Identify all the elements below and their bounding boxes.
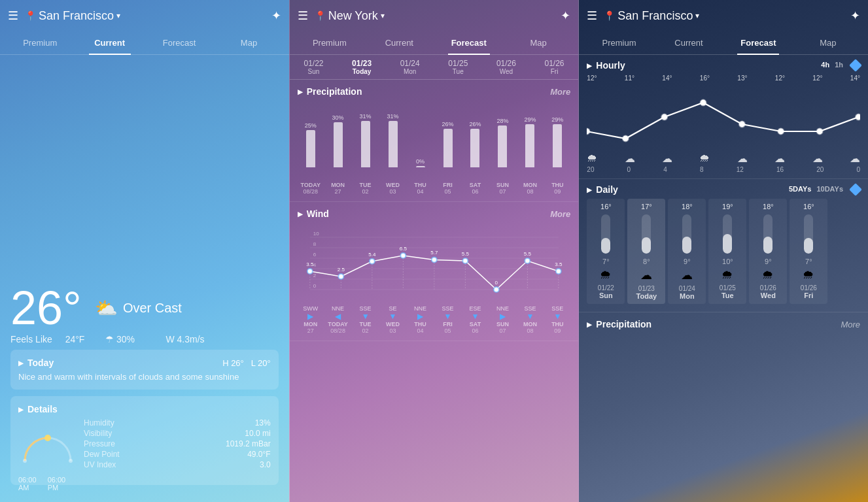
p3-precip-label: Precipitation bbox=[596, 319, 651, 329]
tab-current-1[interactable]: Current bbox=[75, 31, 144, 54]
daily-low-0: 7° bbox=[602, 258, 610, 265]
menu-icon-3[interactable]: ☰ bbox=[587, 8, 597, 23]
bar-pct-1: 30% bbox=[332, 114, 344, 121]
panel-san-francisco-current: ☰ 📍 San Francisco ▾ ✦ Premium Current Fo… bbox=[0, 0, 289, 502]
precip-pct: ☂ 30% bbox=[105, 334, 145, 344]
svg-text:2.5: 2.5 bbox=[337, 267, 345, 273]
daily-col-4: 18° 9° 🌧 01/26 Wed bbox=[749, 199, 787, 304]
tab-forecast-1[interactable]: Forecast bbox=[145, 31, 214, 54]
condition-text: Over Cast bbox=[123, 301, 182, 316]
top-bar-3: ☰ 📍 San Francisco ▾ ✦ bbox=[579, 0, 868, 31]
daily-icon-1: ☁ bbox=[640, 268, 652, 282]
daily-low-1: 8° bbox=[643, 258, 650, 265]
daily-bar-fill-1 bbox=[642, 237, 651, 254]
city-name-1: San Francisco bbox=[39, 9, 114, 23]
svg-text:5.7: 5.7 bbox=[430, 250, 438, 256]
bar-rect-3 bbox=[389, 121, 398, 167]
hourly-header: ▶ Hourly 4h 1h bbox=[587, 60, 860, 71]
wind-section: ▶ Wind More 02468103.52.55.46.55.75.505.… bbox=[290, 202, 579, 341]
opt-1h[interactable]: 1h bbox=[835, 61, 843, 70]
daily-low-5: 7° bbox=[805, 258, 812, 265]
sunset-time: 06:00 PM bbox=[48, 476, 77, 492]
daily-low-4: 9° bbox=[765, 258, 772, 265]
tab-premium-2[interactable]: Premium bbox=[295, 31, 364, 54]
star-icon-3[interactable]: ✦ bbox=[850, 8, 860, 23]
star-icon-1[interactable]: ✦ bbox=[271, 8, 281, 23]
bar-rect-4 bbox=[416, 166, 425, 167]
daily-scroll[interactable]: 16° 7° 🌧 01/22 Sun 17° 8° ☁ 01/23 Today … bbox=[587, 199, 860, 307]
tab-map-1[interactable]: Map bbox=[214, 31, 283, 54]
p3-precip-bottom: ▶ Precipitation More bbox=[579, 312, 868, 336]
tab-current-2[interactable]: Current bbox=[364, 31, 434, 54]
svg-point-48 bbox=[817, 129, 823, 135]
wind-label-9: SSE ▼ THU 09 bbox=[544, 305, 570, 334]
svg-point-45 bbox=[701, 100, 706, 106]
sunrise-time: 06:00 AM bbox=[18, 476, 48, 492]
hi-1: ☁ bbox=[625, 152, 635, 165]
diamond-icon bbox=[849, 59, 862, 72]
svg-point-46 bbox=[739, 122, 745, 127]
wind-label-2: SSE ▼ TUE 02 bbox=[353, 305, 379, 334]
bar-label-8: MON08 bbox=[517, 182, 543, 195]
star-icon-2[interactable]: ✦ bbox=[561, 8, 570, 23]
bar-label-5: FRI05 bbox=[435, 182, 461, 195]
hi-0: 🌧 bbox=[587, 152, 597, 165]
bar-chart: 25%30%31%31%0%26%26%28%29%29% bbox=[298, 102, 571, 180]
htime-3: 8 bbox=[700, 166, 704, 173]
svg-point-28 bbox=[370, 259, 375, 264]
tab-premium-1[interactable]: Premium bbox=[5, 31, 75, 54]
precip-section: ▶ Precipitation More 25%30%31%31%0%26%26… bbox=[290, 80, 579, 202]
dropdown-arrow-3[interactable]: ▾ bbox=[695, 11, 699, 20]
nav-tabs-3: Premium Current Forecast Map bbox=[579, 31, 868, 55]
bar-rect-5 bbox=[443, 129, 453, 167]
wind-more[interactable]: More bbox=[550, 209, 570, 219]
daily-bar-5 bbox=[804, 214, 813, 254]
tab-map-3[interactable]: Map bbox=[793, 31, 863, 54]
dropdown-arrow-2[interactable]: ▾ bbox=[381, 11, 385, 20]
wind-label-3: SE ▼ WED 03 bbox=[380, 305, 406, 334]
today-title: ▶ Today H 26° L 20° bbox=[18, 358, 271, 368]
humidity-label: Humidity bbox=[84, 418, 120, 427]
tab-forecast-3[interactable]: Forecast bbox=[723, 31, 793, 54]
svg-point-0 bbox=[44, 435, 51, 441]
daily-bar-fill-3 bbox=[723, 234, 732, 254]
tab-premium-3[interactable]: Premium bbox=[584, 31, 653, 54]
p3-precip-arrow: ▶ bbox=[587, 321, 592, 328]
visibility-value: 10.0 mi bbox=[125, 429, 271, 438]
dew-point-value: 49.0°F bbox=[125, 450, 271, 459]
p2-scroll[interactable]: ▶ Precipitation More 25%30%31%31%0%26%26… bbox=[290, 80, 579, 502]
daily-col-1: 17° 8° ☁ 01/23 Today bbox=[627, 199, 665, 304]
pressure-value: 1019.2 mBar bbox=[125, 439, 271, 448]
dew-point-label: Dew Point bbox=[84, 450, 120, 459]
dropdown-arrow-1[interactable]: ▾ bbox=[116, 11, 120, 20]
svg-point-47 bbox=[778, 129, 784, 135]
opt-4h[interactable]: 4h bbox=[821, 61, 829, 70]
daily-icon-4: 🌧 bbox=[762, 268, 774, 282]
htime-5: 16 bbox=[776, 166, 784, 173]
daily-options: 5DAYs 10DAYs bbox=[789, 185, 860, 194]
bar-pct-0: 25% bbox=[305, 122, 317, 129]
bar-pct-7: 28% bbox=[496, 118, 508, 124]
daily-date-1: 01/23 bbox=[638, 285, 655, 292]
opt-10days[interactable]: 10DAYs bbox=[816, 185, 843, 194]
daily-bar-fill-0 bbox=[601, 238, 610, 254]
bar-col-5: 26% bbox=[435, 102, 461, 167]
menu-icon-2[interactable]: ☰ bbox=[298, 8, 308, 23]
svg-point-43 bbox=[623, 136, 629, 142]
tab-current-3[interactable]: Current bbox=[654, 31, 723, 54]
wind-label-6: ESE ▼ SAT 06 bbox=[462, 305, 488, 334]
bar-col-4: 0% bbox=[408, 102, 434, 167]
daily-high-2: 18° bbox=[682, 203, 693, 210]
precip-title: Precipitation bbox=[307, 86, 362, 97]
opt-5days[interactable]: 5DAYs bbox=[789, 185, 811, 194]
p3-precip-more[interactable]: More bbox=[841, 320, 860, 329]
menu-icon-1[interactable]: ☰ bbox=[8, 8, 18, 23]
ht-6: 12° bbox=[812, 75, 822, 82]
feels-like-value: 24°F bbox=[65, 334, 85, 344]
bar-rect-7 bbox=[498, 126, 507, 167]
tab-forecast-2[interactable]: Forecast bbox=[434, 31, 504, 54]
tab-map-2[interactable]: Map bbox=[504, 31, 573, 54]
precip-more[interactable]: More bbox=[550, 87, 570, 97]
ht-1: 11° bbox=[625, 75, 634, 82]
nav-tabs-1: Premium Current Forecast Map bbox=[0, 31, 289, 55]
